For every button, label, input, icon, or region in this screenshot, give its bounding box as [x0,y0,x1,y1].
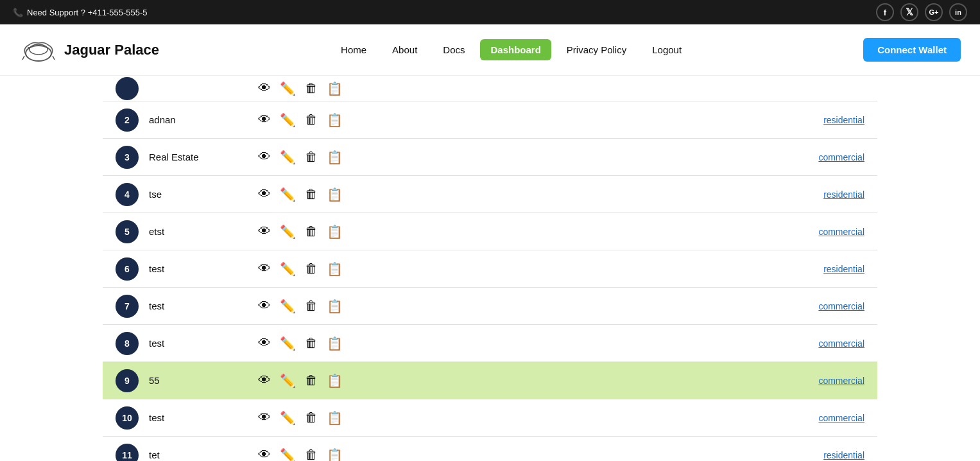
edit-icon[interactable]: ✏️ [280,410,296,426]
delete-icon[interactable]: 🗑 [305,187,318,202]
support-text: Need Support ? +411-555-555-5 [27,8,148,17]
delete-icon[interactable]: 🗑 [305,410,318,425]
connect-wallet-button[interactable]: Connect Wallet [863,38,961,62]
row-type[interactable]: residential [823,264,864,274]
delete-icon[interactable]: 🗑 [305,81,318,96]
delete-icon[interactable]: 🗑 [305,224,318,239]
row-number: 10 [116,406,139,430]
delete-icon[interactable]: 🗑 [305,112,318,127]
view-icon[interactable]: 👁 [258,448,271,461]
delete-icon[interactable]: 🗑 [305,373,318,388]
row-actions: 👁 ✏️ 🗑 📋 [258,410,343,426]
row-number: 2 [116,109,139,132]
clipboard-icon[interactable]: 📋 [327,336,343,351]
view-icon[interactable]: 👁 [258,261,271,276]
row-type[interactable]: commercial [818,338,864,349]
row-type[interactable]: commercial [818,376,864,386]
row-number: 4 [116,183,139,206]
row-type[interactable]: commercial [818,301,864,311]
nav-privacy[interactable]: Privacy Policy [556,39,637,60]
row-type[interactable]: commercial [818,413,864,423]
row-actions: 👁 ✏️ 🗑 📋 [258,336,343,351]
row-name: test [149,338,252,349]
edit-icon[interactable]: ✏️ [280,112,296,128]
row-type[interactable]: residential [823,189,864,200]
row-name: etst [149,226,252,237]
table-row: 7 test 👁 ✏️ 🗑 📋 commercial [103,288,877,325]
row-name: adnan [149,114,252,125]
main-content: 👁 ✏️ 🗑 📋 2 adnan 👁 ✏️ 🗑 📋 residential 3 … [0,76,980,461]
property-table: 👁 ✏️ 🗑 📋 2 adnan 👁 ✏️ 🗑 📋 residential 3 … [103,76,877,461]
table-row: 👁 ✏️ 🗑 📋 [103,76,877,101]
row-number [116,77,139,100]
nav-logout[interactable]: Logout [642,39,692,60]
edit-icon[interactable]: ✏️ [280,299,296,314]
view-icon[interactable]: 👁 [258,224,271,239]
delete-icon[interactable]: 🗑 [305,336,318,351]
view-icon[interactable]: 👁 [258,150,271,164]
table-row: 10 test 👁 ✏️ 🗑 📋 commercial [103,399,877,437]
linkedin-icon[interactable]: in [949,3,967,21]
clipboard-icon[interactable]: 📋 [327,187,343,202]
view-icon[interactable]: 👁 [258,336,271,351]
clipboard-icon[interactable]: 📋 [327,261,343,277]
clipboard-icon[interactable]: 📋 [327,448,343,462]
google-plus-icon[interactable]: G+ [925,3,943,21]
row-number: 7 [116,295,139,318]
edit-icon[interactable]: ✏️ [280,373,296,388]
row-actions: 👁 ✏️ 🗑 📋 [258,261,343,277]
row-number: 11 [116,444,139,462]
twitter-icon[interactable]: 𝕏 [900,3,918,21]
row-number: 8 [116,332,139,355]
nav-about[interactable]: About [382,39,427,60]
phone-icon: 📞 [13,8,23,17]
row-type[interactable]: commercial [818,227,864,237]
delete-icon[interactable]: 🗑 [305,150,318,164]
delete-icon[interactable]: 🗑 [305,448,318,461]
clipboard-icon[interactable]: 📋 [327,112,343,128]
clipboard-icon[interactable]: 📋 [327,410,343,426]
clipboard-icon[interactable]: 📋 [327,81,343,96]
edit-icon[interactable]: ✏️ [280,150,296,165]
edit-icon[interactable]: ✏️ [280,187,296,202]
top-bar: 📞 Need Support ? +411-555-555-5 f 𝕏 G+ i… [0,0,980,24]
row-type[interactable]: residential [823,450,864,460]
row-type[interactable]: residential [823,115,864,125]
delete-icon[interactable]: 🗑 [305,261,318,276]
clipboard-icon[interactable]: 📋 [327,150,343,165]
table-row: 4 tse 👁 ✏️ 🗑 📋 residential [103,176,877,213]
clipboard-icon[interactable]: 📋 [327,299,343,314]
view-icon[interactable]: 👁 [258,112,271,127]
row-actions: 👁 ✏️ 🗑 📋 [258,224,343,239]
view-icon[interactable]: 👁 [258,299,271,313]
edit-icon[interactable]: ✏️ [280,336,296,351]
table-row: 5 etst 👁 ✏️ 🗑 📋 commercial [103,213,877,250]
row-name: test [149,300,252,311]
logo-text: Jaguar Palace [64,42,159,58]
table-row: 3 Real Estate 👁 ✏️ 🗑 📋 commercial [103,139,877,176]
row-type[interactable]: commercial [818,152,864,162]
edit-icon[interactable]: ✏️ [280,81,296,96]
view-icon[interactable]: 👁 [258,81,271,96]
row-number: 3 [116,146,139,169]
view-icon[interactable]: 👁 [258,410,271,425]
logo-icon [19,35,58,64]
table-row: 9 55 👁 ✏️ 🗑 📋 commercial [103,362,877,399]
facebook-icon[interactable]: f [876,3,894,21]
nav-home[interactable]: Home [331,39,377,60]
social-links: f 𝕏 G+ in [876,3,967,21]
clipboard-icon[interactable]: 📋 [327,373,343,388]
row-number: 9 [116,369,139,392]
clipboard-icon[interactable]: 📋 [327,224,343,239]
view-icon[interactable]: 👁 [258,373,271,388]
edit-icon[interactable]: ✏️ [280,448,296,462]
edit-icon[interactable]: ✏️ [280,224,296,239]
row-name: Real Estate [149,152,252,162]
row-actions: 👁 ✏️ 🗑 📋 [258,112,343,128]
edit-icon[interactable]: ✏️ [280,261,296,277]
nav-dashboard[interactable]: Dashboard [480,39,551,60]
row-name: tet [149,449,252,460]
delete-icon[interactable]: 🗑 [305,299,318,313]
nav-docs[interactable]: Docs [433,39,475,60]
view-icon[interactable]: 👁 [258,187,271,202]
